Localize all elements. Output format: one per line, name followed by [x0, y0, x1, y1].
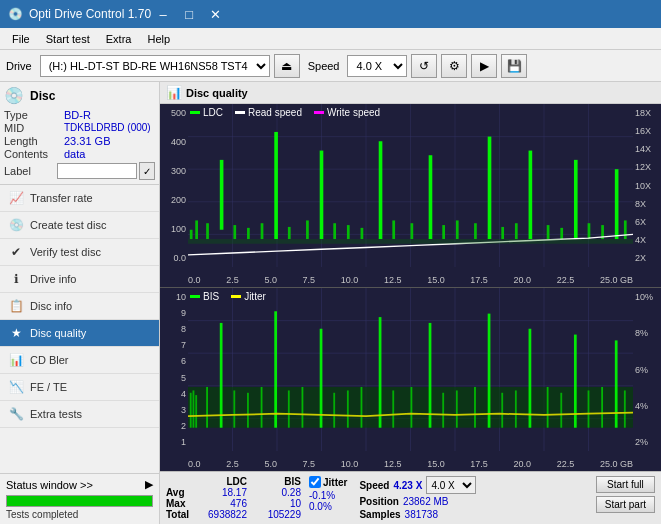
speed-label: Speed: [308, 60, 340, 72]
extra-tests-icon: 🔧: [8, 406, 24, 422]
mid-row: MID TDKBLDRBD (000): [4, 122, 155, 134]
disc-title: Disc: [30, 89, 55, 103]
drive-label: Drive: [6, 60, 32, 72]
bis-legend-bis: BIS: [190, 291, 219, 302]
start-full-button[interactable]: Start full: [596, 476, 655, 493]
save-button[interactable]: 💾: [501, 54, 527, 78]
samples-value: 381738: [405, 509, 438, 520]
svg-rect-68: [274, 311, 277, 427]
bis-svg: [188, 288, 633, 451]
speed-select[interactable]: 4.0 X: [347, 55, 407, 77]
close-button[interactable]: ✕: [205, 4, 225, 24]
nav-fe-te[interactable]: 📉 FE / TE: [0, 374, 159, 401]
fe-te-icon: 📉: [8, 379, 24, 395]
samples-label: Samples: [359, 509, 400, 520]
svg-rect-26: [361, 228, 364, 239]
bis-y-axis-right: 10% 8% 6% 4% 2%: [633, 288, 661, 451]
svg-rect-35: [501, 227, 504, 239]
svg-rect-38: [547, 225, 550, 239]
label-confirm-button[interactable]: ✓: [139, 162, 155, 180]
start-part-button[interactable]: Start part: [596, 496, 655, 513]
speed-stat-select[interactable]: 4.0 X: [426, 476, 476, 494]
svg-rect-44: [624, 220, 627, 239]
nav-disc-quality-label: Disc quality: [30, 327, 86, 339]
status-bar: Status window >> ▶ Tests completed: [0, 473, 159, 524]
nav-drive-info[interactable]: ℹ Drive info: [0, 266, 159, 293]
verify-test-disc-icon: ✔: [8, 244, 24, 260]
type-label: Type: [4, 109, 64, 121]
status-window-button[interactable]: Status window >> ▶: [6, 478, 153, 491]
titlebar-title: Opti Drive Control 1.70: [29, 7, 151, 21]
max-label: Max: [166, 498, 196, 509]
ldc-y-axis-right: 18X 16X 14X 12X 10X 8X 6X 4X 2X: [633, 104, 661, 267]
eject-button[interactable]: ⏏: [274, 54, 300, 78]
ldc-legend-read: Read speed: [235, 107, 302, 118]
svg-rect-22: [306, 220, 309, 239]
status-text: Tests completed: [6, 509, 153, 520]
refresh-button[interactable]: ↺: [411, 54, 437, 78]
ldc-chart: LDC Read speed Write speed 500 400 300: [160, 104, 661, 288]
svg-rect-72: [333, 393, 335, 428]
bis-color-dot: [190, 295, 200, 298]
svg-rect-62: [195, 395, 197, 428]
nav-items: 📈 Transfer rate 💿 Create test disc ✔ Ver…: [0, 185, 159, 428]
label-row: Label ✓: [4, 162, 155, 180]
svg-rect-70: [302, 387, 304, 428]
chart-title: Disc quality: [186, 87, 248, 99]
svg-rect-69: [288, 390, 290, 427]
nav-transfer-rate[interactable]: 📈 Transfer rate: [0, 185, 159, 212]
svg-rect-73: [347, 390, 349, 427]
svg-rect-86: [547, 387, 549, 428]
left-panel: 💿 Disc Type BD-R MID TDKBLDRBD (000) Len…: [0, 82, 160, 524]
total-label: Total: [166, 509, 196, 520]
mid-label: MID: [4, 122, 64, 134]
nav-verify-test-disc[interactable]: ✔ Verify test disc: [0, 239, 159, 266]
svg-rect-92: [624, 390, 626, 427]
nav-disc-quality[interactable]: ★ Disc quality: [0, 320, 159, 347]
svg-rect-82: [488, 314, 491, 428]
nav-extra-tests[interactable]: 🔧 Extra tests: [0, 401, 159, 428]
menu-start-test[interactable]: Start test: [38, 31, 98, 47]
jitter-checkbox[interactable]: [309, 476, 321, 488]
maximize-button[interactable]: □: [179, 4, 199, 24]
bis-legend-jitter-label: Jitter: [244, 291, 266, 302]
bis-col-header: BIS: [251, 476, 301, 487]
svg-rect-45: [188, 239, 633, 244]
nav-fe-te-label: FE / TE: [30, 381, 67, 393]
ldc-legend-write: Write speed: [314, 107, 380, 118]
svg-rect-90: [601, 387, 603, 428]
bis-chart: BIS Jitter 10 9 8 7 6 5 4 3: [160, 288, 661, 471]
minimize-button[interactable]: –: [153, 4, 173, 24]
svg-rect-80: [456, 390, 458, 427]
drive-select[interactable]: (H:) HL-DT-ST BD-RE WH16NS58 TST4: [40, 55, 270, 77]
speed-position-section: Speed 4.23 X 4.0 X Position 23862 MB Sam…: [359, 476, 476, 520]
settings-button[interactable]: ⚙: [441, 54, 467, 78]
svg-rect-71: [320, 329, 323, 428]
svg-rect-36: [515, 223, 518, 239]
nav-verify-test-disc-label: Verify test disc: [30, 246, 101, 258]
test-button[interactable]: ▶: [471, 54, 497, 78]
label-input[interactable]: [57, 163, 137, 179]
ldc-svg: [188, 104, 633, 267]
svg-rect-41: [588, 223, 591, 239]
nav-cd-bler[interactable]: 📊 CD Bler: [0, 347, 159, 374]
avg-label: Avg: [166, 487, 196, 498]
right-panel: 📊 Disc quality LDC Read speed: [160, 82, 661, 524]
menu-help[interactable]: Help: [139, 31, 178, 47]
nav-create-test-disc-label: Create test disc: [30, 219, 106, 231]
menu-extra[interactable]: Extra: [98, 31, 140, 47]
cd-bler-icon: 📊: [8, 352, 24, 368]
create-test-disc-icon: 💿: [8, 217, 24, 233]
bis-legend-jitter: Jitter: [231, 291, 266, 302]
svg-rect-19: [261, 223, 264, 239]
bis-x-axis: 0.0 2.5 5.0 7.5 10.0 12.5 15.0 17.5 20.0…: [188, 459, 633, 469]
menu-file[interactable]: File: [4, 31, 38, 47]
svg-rect-16: [220, 160, 224, 230]
nav-create-test-disc[interactable]: 💿 Create test disc: [0, 212, 159, 239]
max-ldc: 476: [196, 498, 251, 509]
svg-rect-32: [456, 220, 459, 239]
disc-header: 💿 Disc: [4, 86, 155, 105]
chart-header: 📊 Disc quality: [160, 82, 661, 104]
speed-stat-value: 4.23 X: [393, 480, 422, 491]
nav-disc-info[interactable]: 📋 Disc info: [0, 293, 159, 320]
